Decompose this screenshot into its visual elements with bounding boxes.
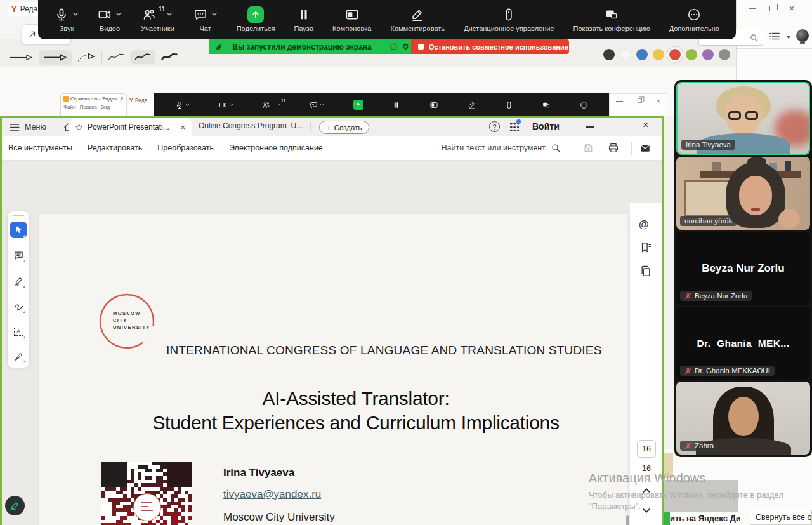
save-icon[interactable] [583,143,594,154]
mini-screenshot-window[interactable]: Скриншоты - Яндекс.Д Файл Правка Вид [60,93,126,116]
dropdown-caret-icon[interactable] [786,36,791,39]
scrollbar-thumb[interactable] [626,515,629,525]
scribble-medium-tool-selected[interactable] [130,50,155,64]
menu-button[interactable]: Меню [25,123,46,131]
color-dot[interactable] [669,49,681,60]
chevron-down-icon[interactable] [115,12,122,17]
arrow-thin-tool[interactable] [9,53,33,62]
close-button[interactable]: × [789,4,794,13]
find-tool-button[interactable]: Найти текст или инструмент [442,143,561,153]
star-icon[interactable] [75,123,83,131]
share-screen-button[interactable]: Поделиться [237,6,275,32]
shield-check-icon[interactable] [402,43,410,51]
sign-tool[interactable] [10,347,27,364]
scribble-thick-tool[interactable] [161,53,178,62]
minimize-button[interactable] [749,8,756,9]
arrow-dashed-tool[interactable] [77,52,96,63]
highlight-tool[interactable] [10,272,27,289]
mini-share-button[interactable] [353,100,363,110]
previous-page-icon[interactable] [642,487,651,493]
color-dot[interactable] [603,49,615,60]
mini-restore-button[interactable] [638,98,642,103]
mini-pause-button[interactable] [392,101,400,109]
rail-drag-handle[interactable] [13,215,24,216]
login-button[interactable]: Войти [532,121,560,131]
close-tab-icon[interactable]: × [180,123,185,132]
restore-button[interactable] [769,6,775,11]
next-page-icon[interactable] [642,508,651,514]
mini-yandex-tab[interactable]: Y Реда [126,95,155,116]
video-button[interactable]: Видео [98,6,122,32]
participant-tile-ghania[interactable]: Dr. Ghania MEK... Dr. Ghania MEKKAOUI [676,307,810,380]
show-conference-button[interactable]: Показать конференцию [573,6,650,32]
pdf-close-button[interactable]: × [643,119,648,131]
participants-button[interactable]: 11 Участники [141,6,174,32]
pdf-maximize-button[interactable] [615,123,622,130]
menu-convert[interactable]: Преобразовать [157,143,214,152]
color-dot[interactable] [636,49,648,60]
mini-audio-button[interactable] [175,101,190,109]
mini-annotate-button[interactable] [468,101,476,109]
author-email-link[interactable]: tivyaeva@yandex.ru [223,488,321,501]
list-view-icon[interactable] [769,32,780,41]
color-dot[interactable] [686,49,697,60]
mini-video-button[interactable] [219,101,233,109]
comments-icon[interactable]: @ [639,219,649,230]
stop-share-button[interactable]: Остановить совместное использование [411,39,569,54]
remote-control-button[interactable]: Дистанционное управление [464,6,554,32]
participant-tile-zahra[interactable]: Zahra [676,382,810,455]
create-button[interactable]: +Создать [319,121,369,134]
page-number-input[interactable]: 16 [637,440,656,458]
arrow-medium-tool-selected[interactable] [39,50,72,65]
screenshot-annotate-button[interactable] [5,496,25,515]
chevron-down-icon[interactable] [211,12,218,17]
menu-esign[interactable]: Электронное подписание [229,143,323,152]
menu-edit[interactable]: Редактировать [88,143,142,152]
mini-menu-view[interactable]: Вид [101,104,110,110]
mini-more-button[interactable] [580,101,588,109]
menu-all-tools[interactable]: Все инструменты [8,143,72,152]
mini-menu-edit[interactable]: Правка [80,104,97,110]
document-area: MOSCOW CITY UNIVERSITY INTERNATIONAL CON… [2,161,662,525]
participant-tile-nurcihan[interactable]: nurcihan yürük [676,157,810,230]
page-thumbnails-icon[interactable] [639,265,652,277]
participant-tile-irina[interactable]: Irina Tivyaeva [676,82,810,155]
more-button[interactable]: Дополнительно [669,6,719,32]
tab-powerpoint-presentation[interactable]: PowerPoint Presentati... × [69,118,192,136]
pdf-minimize-button[interactable] [586,126,594,128]
mail-icon[interactable] [639,143,651,154]
add-text-tool[interactable]: A [10,323,27,340]
yandex-disk-button[interactable]: ить на Яндекс Диск [670,512,740,525]
mini-remote-button[interactable] [505,101,513,109]
layout-button[interactable]: Компоновка [332,6,371,32]
draw-tool[interactable] [10,298,27,314]
mini-close-button[interactable]: × [657,98,660,105]
participant-tile-beyza[interactable]: Beyza Nur Zorlu Beyza Nur Zorlu [676,232,810,305]
comment-tool[interactable] [10,247,27,263]
chevron-down-icon[interactable] [166,12,173,17]
mini-menu-file[interactable]: Файл [63,104,76,110]
chevron-down-icon[interactable] [72,12,79,17]
chat-button[interactable]: Чат [193,6,218,32]
pause-share-button[interactable]: Пауза [294,6,313,32]
mini-minimize-button[interactable] [616,101,623,102]
color-dot[interactable] [620,49,631,60]
select-tool[interactable] [10,222,27,238]
color-dot[interactable] [653,49,664,60]
tab-online-congress-program[interactable]: Online Congress Program_U... [199,121,303,130]
scribble-thin-tool[interactable] [108,53,124,62]
color-dot[interactable] [719,49,730,60]
hamburger-menu-icon[interactable] [10,123,20,131]
annotate-button[interactable]: Комментировать [390,6,445,32]
record-indicator-icon[interactable] [390,43,398,51]
audio-button[interactable]: Звук [55,6,79,32]
color-dot[interactable] [702,49,714,60]
mini-participants-button[interactable]: 11 [262,101,280,109]
mini-show-conference-button[interactable] [542,101,551,109]
bookmarks-icon[interactable] [639,241,652,254]
mini-layout-button[interactable] [429,101,438,109]
help-icon[interactable]: ? [489,121,500,132]
mini-chat-button[interactable] [310,101,324,109]
print-icon[interactable] [608,142,619,154]
webcam-icon[interactable] [796,29,809,42]
